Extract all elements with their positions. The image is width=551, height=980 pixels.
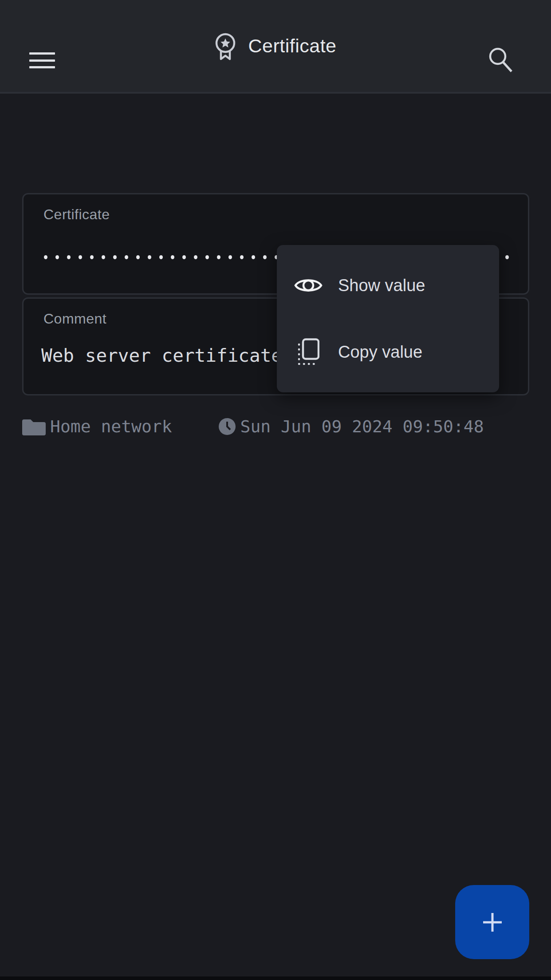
show-value-label: Show value [338, 276, 425, 295]
certificate-ribbon-icon [214, 32, 236, 60]
copy-value-label: Copy value [338, 343, 422, 362]
value-context-menu: Show value Copy value [277, 245, 499, 392]
hamburger-menu-icon[interactable] [29, 52, 55, 68]
group-name: Home network [50, 417, 172, 436]
entry-meta: Home network Sun Jun 09 2024 09:50:48 [22, 415, 529, 438]
app-bar: Certificate [0, 0, 551, 94]
folder-icon [22, 418, 46, 435]
app-screen: Certificate Home lab server Certificate [0, 0, 551, 980]
field-comment-label: Comment [43, 311, 106, 327]
copy-icon [294, 338, 323, 366]
field-certificate-label: Certificate [43, 206, 110, 223]
show-value-menu-item[interactable]: Show value [277, 252, 499, 319]
clock-icon [218, 418, 236, 435]
copy-value-menu-item[interactable]: Copy value [277, 319, 499, 385]
home-indicator-area [0, 976, 551, 980]
add-entry-fab[interactable] [455, 885, 529, 959]
entry-header: Home lab server [0, 112, 551, 165]
app-bar-title-group: Certificate [0, 0, 551, 92]
modified-timestamp: Sun Jun 09 2024 09:50:48 [240, 417, 484, 436]
plus-icon [482, 912, 503, 933]
search-icon[interactable] [487, 44, 516, 75]
eye-icon [294, 275, 323, 296]
app-bar-title: Certificate [248, 35, 336, 57]
